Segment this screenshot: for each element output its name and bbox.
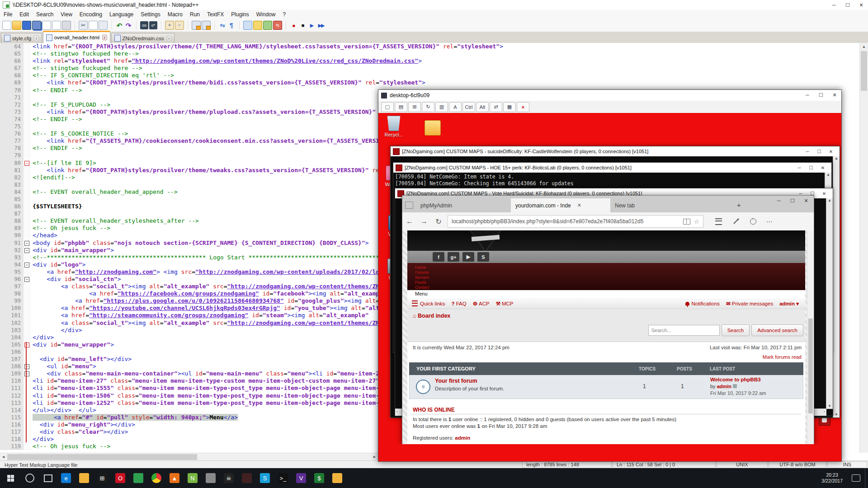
- scroll-right-icon[interactable]: ›: [824, 409, 825, 414]
- scroll-left-icon[interactable]: ◄: [0, 454, 7, 460]
- fold-margin[interactable]: [24, 57, 31, 65]
- npp-status-insert-mode[interactable]: INS: [827, 461, 867, 468]
- fold-margin[interactable]: [24, 305, 31, 312]
- fold-margin[interactable]: [24, 377, 31, 385]
- fold-margin[interactable]: [24, 414, 31, 421]
- fold-margin[interactable]: [24, 356, 31, 363]
- fold-margin[interactable]: [24, 232, 31, 239]
- remote-close-button[interactable]: ✕: [828, 90, 841, 100]
- task-view-button[interactable]: [39, 468, 57, 488]
- console1-title-bar[interactable]: [ZNoDgaming.com] CUSTOM MAPS - suicideDi…: [391, 146, 840, 156]
- replace-icon[interactable]: o*: [149, 21, 157, 29]
- local-clock[interactable]: 20:233/22/2017: [821, 472, 843, 484]
- taskbar-app-vlc[interactable]: ▲: [165, 468, 184, 488]
- saveall-icon[interactable]: [32, 21, 41, 30]
- fold-margin[interactable]: [24, 145, 31, 152]
- more-options-icon[interactable]: ⋯: [766, 218, 773, 225]
- docswitch-icon[interactable]: ⇆: [273, 21, 282, 30]
- menu-textfx[interactable]: TextFX: [203, 10, 227, 19]
- fold-margin[interactable]: [24, 334, 31, 341]
- funclist-icon[interactable]: [253, 21, 262, 30]
- record-icon[interactable]: ●: [290, 21, 298, 29]
- console2-minimize-button[interactable]: ─: [793, 165, 805, 170]
- share-icon[interactable]: [750, 218, 756, 225]
- undo-icon[interactable]: ↶: [115, 21, 123, 29]
- find-icon[interactable]: oo: [140, 21, 148, 29]
- tab-yourdomain[interactable]: yourdomain.com - Inde ✕: [511, 198, 610, 212]
- desktop-icon-recycle-bin[interactable]: Recycl...: [379, 116, 408, 137]
- copy-icon[interactable]: [89, 21, 98, 30]
- fold-margin[interactable]: [24, 407, 31, 414]
- file-tab-style.cfg[interactable]: style.cfgx: [1, 33, 42, 43]
- steam-icon[interactable]: S: [477, 252, 489, 262]
- remote-minimize-button[interactable]: ─: [801, 90, 814, 100]
- redo-icon[interactable]: ↷: [124, 21, 132, 29]
- forward-icon[interactable]: →: [417, 217, 431, 225]
- console1-scrollbar[interactable]: ▲▼: [833, 156, 840, 418]
- console1-minimize-button[interactable]: ─: [802, 149, 813, 154]
- faq-link[interactable]: ?FAQ: [452, 301, 467, 306]
- remote-desktop[interactable]: Recycl... Wamp... Visual... C... User...: [378, 113, 841, 444]
- taskbar-app-edge[interactable]: e: [57, 468, 75, 488]
- disconnect-icon[interactable]: ×: [517, 102, 529, 112]
- notifications-link[interactable]: Notifications: [685, 301, 720, 306]
- acp-link[interactable]: ⚙ACP: [473, 300, 490, 307]
- taskbar-app-opera[interactable]: O: [111, 468, 129, 488]
- synch-icon[interactable]: [202, 21, 211, 30]
- closeall-icon[interactable]: [52, 21, 61, 30]
- code-line-66[interactable]: 66<link rel="stylesheet" href="http://zn…: [0, 57, 868, 65]
- goto-post-icon[interactable]: [733, 384, 737, 388]
- cortana-button[interactable]: [21, 468, 39, 488]
- fold-margin[interactable]: [24, 181, 31, 188]
- fold-collapse-icon[interactable]: −: [24, 371, 29, 376]
- remote-maximize-button[interactable]: ☐: [814, 90, 828, 100]
- youtube-icon[interactable]: ▶: [462, 252, 474, 262]
- fold-margin[interactable]: [24, 428, 31, 436]
- menu-settings[interactable]: Settings: [137, 10, 164, 19]
- fold-margin[interactable]: [24, 130, 31, 137]
- fold-margin[interactable]: [24, 72, 31, 79]
- taskbar-app-dark-app[interactable]: [238, 468, 256, 488]
- new-tab-button[interactable]: +: [737, 201, 741, 209]
- fold-margin[interactable]: −: [24, 261, 31, 268]
- console3-vscrollbar[interactable]: ▲▼: [826, 198, 833, 409]
- code-line-68[interactable]: 68<!-- IF S_CONTENT_DIRECTION eq 'rtl' -…: [0, 72, 868, 79]
- fold-margin[interactable]: [24, 152, 31, 159]
- view-only-icon[interactable]: ▥: [435, 102, 448, 112]
- start-button[interactable]: [0, 468, 21, 488]
- fold-margin[interactable]: [24, 421, 31, 428]
- npp-minimize-button[interactable]: ─: [827, 0, 841, 10]
- taskbar-app-file-explorer[interactable]: [75, 468, 93, 488]
- menu-[interactable]: ?: [279, 10, 289, 19]
- stop-icon[interactable]: ■: [299, 21, 307, 29]
- nav-link-servers[interactable]: Servers: [415, 275, 429, 280]
- save-icon[interactable]: [22, 21, 31, 30]
- fold-margin[interactable]: [24, 392, 31, 399]
- fold-margin[interactable]: [24, 225, 31, 232]
- taskbar-app-green-app[interactable]: [129, 468, 147, 488]
- fullscreen-icon[interactable]: ⊞: [408, 102, 421, 112]
- fold-margin[interactable]: [24, 210, 31, 217]
- forum-row[interactable]: ≡ Your first forum Description of your f…: [409, 375, 803, 399]
- search-button[interactable]: Search: [722, 324, 750, 336]
- npp-title-bar[interactable]: \\DESKTOP-6CL9U09\movies-shows-music\ove…: [0, 0, 868, 10]
- menu-file[interactable]: File: [0, 10, 16, 19]
- edge-page-scrollbar[interactable]: [807, 230, 814, 444]
- fold-margin[interactable]: −: [24, 276, 31, 283]
- close-icon[interactable]: [42, 21, 51, 30]
- mark-forums-read-link[interactable]: Mark forums read: [763, 354, 802, 360]
- fold-margin[interactable]: [24, 385, 31, 392]
- connection-info-icon[interactable]: ▢: [381, 102, 394, 112]
- close-tab-icon[interactable]: x: [167, 36, 172, 41]
- menu-encoding[interactable]: Encoding: [76, 10, 106, 19]
- file-tab-overall_header.html[interactable]: overall_header.htmlx: [43, 31, 110, 43]
- play-icon[interactable]: ▶: [308, 21, 316, 29]
- fold-collapse-icon[interactable]: −: [24, 263, 29, 267]
- fold-margin[interactable]: [24, 436, 31, 443]
- scroll-right-icon[interactable]: ►: [371, 454, 378, 460]
- last-post-title-link[interactable]: Welcome to phpBB3: [710, 377, 761, 382]
- fold-margin[interactable]: [24, 137, 31, 145]
- mcp-link[interactable]: ⚒MCP: [496, 300, 514, 307]
- fold-margin[interactable]: [24, 196, 31, 203]
- taskbar-app-command-prompt[interactable]: >_: [274, 468, 292, 488]
